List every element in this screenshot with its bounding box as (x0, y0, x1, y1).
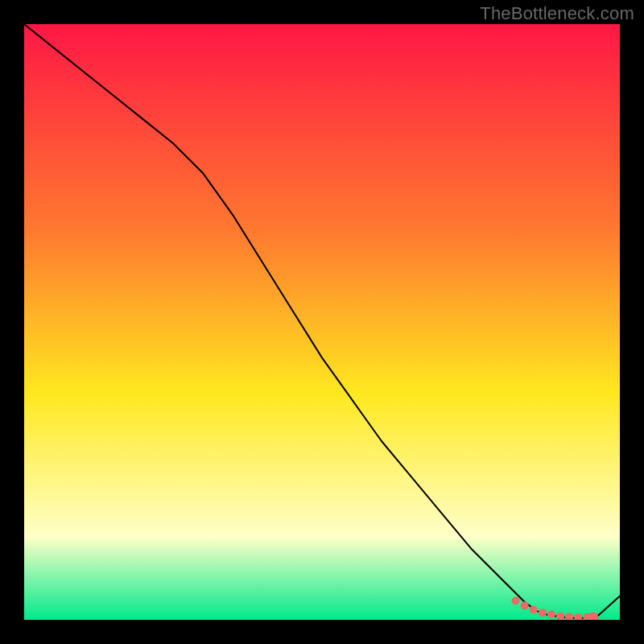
min-dot (547, 610, 555, 618)
min-dot (539, 609, 547, 617)
min-dot (512, 597, 520, 605)
line-layer (24, 24, 620, 620)
watermark-text: TheBottleneck.com (480, 3, 634, 24)
trend-line (24, 24, 620, 618)
end-dot (588, 613, 598, 621)
min-dot (521, 601, 529, 609)
min-dot (565, 613, 573, 620)
chart-frame: TheBottleneck.com (0, 0, 644, 644)
plot-area (24, 24, 620, 620)
min-dot (530, 605, 538, 613)
min-dot (556, 613, 564, 620)
min-dot (574, 613, 582, 620)
